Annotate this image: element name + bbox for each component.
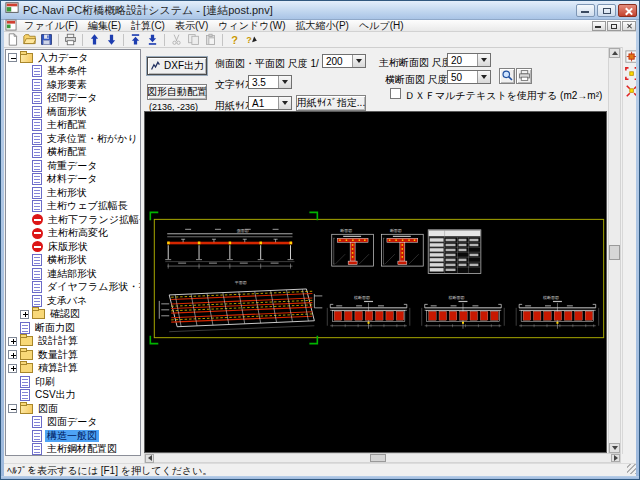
horizontal-scroll-thumb[interactable] — [370, 454, 386, 462]
move-down-button[interactable] — [103, 32, 120, 47]
tree-item[interactable]: 図面データ — [6, 416, 140, 430]
chevron-down-icon[interactable] — [477, 54, 490, 66]
tree-item[interactable]: 主桁配置 — [6, 119, 140, 133]
tree-item[interactable]: 横桁形状 — [6, 254, 140, 268]
tree-item[interactable]: 基本条件 — [6, 65, 140, 79]
expand-icon[interactable] — [8, 337, 17, 346]
menu-window[interactable]: ウィンドウ(W) — [213, 20, 290, 32]
tree-item[interactable]: 橋面形状 — [6, 105, 140, 119]
mdi-close-button[interactable] — [622, 21, 636, 31]
girder-scale-select[interactable]: 20 — [447, 53, 491, 67]
paper-size-select[interactable]: A1 — [248, 96, 292, 110]
tree-item[interactable]: 横桁配置 — [6, 146, 140, 160]
vertical-scrollbar[interactable] — [608, 47, 621, 454]
tree-item[interactable]: 材料データ — [6, 173, 140, 187]
folder-icon — [20, 363, 33, 373]
tree-item[interactable]: 荷重データ — [6, 159, 140, 173]
mdi-restore-button[interactable] — [607, 21, 621, 31]
tree-item[interactable]: 設計計算 — [6, 335, 140, 349]
new-button[interactable] — [4, 32, 21, 47]
paper-size-custom-button[interactable]: 用紙ｻｲｽﾞ指定... — [296, 95, 366, 111]
help-button[interactable]: ? — [226, 32, 243, 47]
expand-icon[interactable] — [8, 350, 17, 359]
tree-item[interactable]: 床版形状 — [6, 240, 140, 254]
collapse-icon[interactable] — [8, 53, 17, 62]
scroll-left-arrow[interactable] — [145, 454, 154, 463]
tree-item-label: 荷重データ — [45, 160, 99, 172]
context-help-button[interactable]: ? — [243, 32, 260, 47]
tree-item[interactable]: 主桁下フランジ拡幅長 — [6, 213, 140, 227]
cut-button[interactable] — [168, 32, 185, 47]
chevron-down-icon[interactable] — [477, 71, 490, 83]
move-bottom-button[interactable] — [144, 32, 161, 47]
tree-item-label: 入力データ — [36, 52, 90, 64]
text-size-select[interactable]: 3.5 — [248, 75, 292, 89]
mdi-minimize-button[interactable] — [592, 21, 606, 31]
tree-item-label: 材料データ — [45, 173, 99, 185]
menu-bar: ファイル(F) 編集(E) 計算(C) 表示(V) ウィンドウ(W) 拡大縮小(… — [1, 20, 640, 32]
tree-item[interactable]: ダイヤフラム形状・荷重 — [6, 281, 140, 295]
tree-item[interactable]: 図面 — [6, 402, 140, 416]
open-button[interactable] — [21, 32, 38, 47]
maximize-button[interactable] — [597, 4, 616, 17]
menu-file[interactable]: ファイル(F) — [19, 20, 83, 32]
title-bar[interactable]: PC-Navi PC桁橋概略設計システム - [連結post.pnv] — [1, 1, 640, 20]
expand-icon[interactable] — [20, 310, 29, 319]
svg-text:横断面図: 横断面図 — [448, 295, 465, 300]
auto-arrange-button[interactable]: 図形自動配置 — [147, 84, 207, 100]
plot-button[interactable] — [516, 68, 532, 84]
document-icon — [32, 416, 42, 428]
scroll-down-arrow[interactable] — [609, 443, 620, 453]
collapse-icon[interactable] — [8, 404, 17, 413]
menu-calc[interactable]: 計算(C) — [126, 20, 170, 32]
print-button[interactable] — [62, 32, 79, 47]
chevron-down-icon[interactable] — [278, 76, 291, 88]
folder-icon — [20, 336, 33, 346]
scroll-right-arrow[interactable] — [611, 454, 620, 462]
horizontal-scrollbar[interactable] — [144, 453, 621, 463]
menu-view[interactable]: 表示(V) — [170, 20, 213, 32]
tree-item[interactable]: 連結部形状 — [6, 267, 140, 281]
cross-scale-select[interactable]: 50 — [447, 70, 491, 84]
copy-button[interactable] — [185, 32, 202, 47]
tree-item[interactable]: 確認図 — [6, 308, 140, 322]
tree-item[interactable]: 入力データ — [6, 51, 140, 65]
menu-edit[interactable]: 編集(E) — [83, 20, 126, 32]
tree-item[interactable]: 支承バネ — [6, 294, 140, 308]
chevron-down-icon[interactable] — [278, 97, 291, 109]
drawing-canvas[interactable]: 側面図 平面図 — [144, 111, 607, 453]
tree-item[interactable]: 主桁形状 — [6, 186, 140, 200]
scroll-up-arrow[interactable] — [609, 48, 620, 58]
document-icon — [32, 187, 42, 199]
dxf-output-button[interactable]: DXF出力 — [147, 57, 207, 75]
chevron-down-icon[interactable] — [352, 55, 365, 67]
side-plan-scale-select[interactable]: 200 — [322, 54, 366, 68]
tree-item[interactable]: 径間データ — [6, 92, 140, 106]
close-button[interactable] — [618, 4, 637, 17]
tree-item[interactable]: 主桁桁高変化 — [6, 227, 140, 241]
menu-help[interactable]: ヘルプ(H) — [354, 20, 409, 32]
tree-item-label: 構造一般図 — [45, 430, 99, 442]
multitext-checkbox[interactable] — [390, 88, 401, 99]
tree-item[interactable]: 支承位置・桁がかり — [6, 132, 140, 146]
tree-item[interactable]: 印刷 — [6, 375, 140, 389]
tree-item[interactable]: 主桁鋼材配置図 — [6, 443, 140, 457]
svg-text:平面図: 平面図 — [235, 280, 247, 285]
tree-item[interactable]: 数量計算 — [6, 348, 140, 362]
tree-item[interactable]: CSV出力 — [6, 389, 140, 403]
tree-item[interactable]: 積算計算 — [6, 362, 140, 376]
tree-item[interactable]: 断面力図 — [6, 321, 140, 335]
tree-item[interactable]: 線形要素 — [6, 78, 140, 92]
preview-zoom-button[interactable] — [499, 68, 515, 84]
tree-item-label: 床版形状 — [46, 241, 90, 253]
expand-icon[interactable] — [8, 364, 17, 373]
menu-zoom[interactable]: 拡大縮小(P) — [291, 20, 354, 32]
paste-button[interactable] — [202, 32, 219, 47]
save-button[interactable] — [38, 32, 55, 47]
minimize-button[interactable] — [576, 4, 595, 17]
vertical-scroll-thumb[interactable] — [609, 245, 620, 260]
tree-item-selected[interactable]: 構造一般図 — [6, 429, 140, 443]
move-top-button[interactable] — [127, 32, 144, 47]
tree-item[interactable]: 主桁ウェブ拡幅長 — [6, 200, 140, 214]
move-up-button[interactable] — [86, 32, 103, 47]
